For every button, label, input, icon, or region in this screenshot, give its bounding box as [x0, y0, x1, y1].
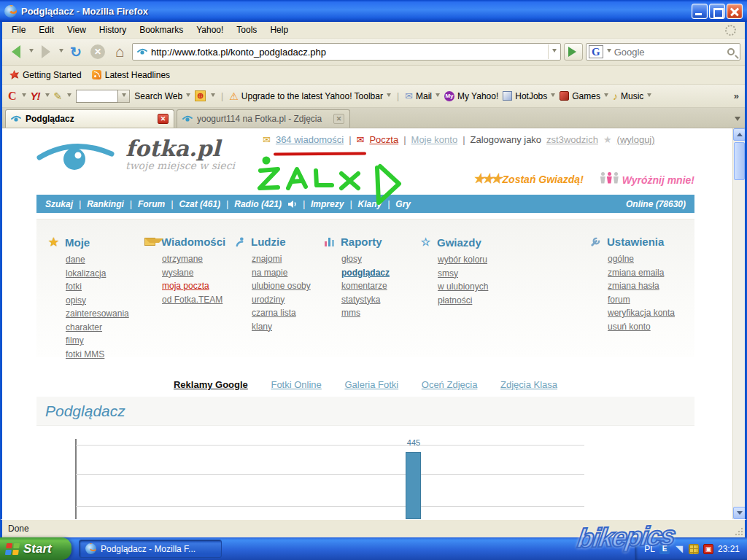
- search-box[interactable]: G: [586, 43, 740, 61]
- link-ogolne[interactable]: ogólne: [608, 252, 675, 266]
- scroll-up-button[interactable]: [733, 128, 745, 141]
- forward-dropdown-icon[interactable]: [59, 49, 63, 55]
- link-znajomi[interactable]: znajomi: [252, 252, 311, 266]
- minimize-button[interactable]: [692, 4, 708, 19]
- link-platnosci[interactable]: płatności: [438, 294, 488, 308]
- target-dropdown-icon[interactable]: [211, 93, 215, 99]
- link-opisy[interactable]: opisy: [66, 294, 129, 308]
- link-statystyka[interactable]: statystyka: [341, 293, 390, 307]
- link-komentarze[interactable]: komentarze: [341, 279, 390, 293]
- fotka-logo[interactable]: fotka.pl twoje miejsce w sieci: [36, 136, 235, 172]
- nav-czat[interactable]: Czat (461): [179, 199, 220, 209]
- link-otrzymane[interactable]: otrzymane: [162, 252, 225, 266]
- pencil-dropdown-icon[interactable]: [67, 93, 71, 99]
- bookmark-latest-headlines[interactable]: Latest Headlines: [92, 70, 170, 80]
- tab-close-icon[interactable]: ✕: [158, 114, 169, 124]
- engine-dropdown-icon[interactable]: [607, 49, 611, 55]
- logout-link[interactable]: (wyloguj): [617, 134, 655, 145]
- link-ulubione-osoby[interactable]: ulubione osoby: [252, 279, 311, 293]
- target-icon[interactable]: ⊕: [195, 90, 206, 101]
- url-bar[interactable]: [132, 43, 561, 61]
- link-fotki-mms[interactable]: fotki MMS: [66, 348, 129, 362]
- link-weryfikacja-konta[interactable]: weryfikacja konta: [608, 306, 675, 320]
- search-input[interactable]: [614, 47, 724, 58]
- messages-link[interactable]: 364 wiadomości: [276, 134, 344, 145]
- home-button[interactable]: ⌂: [110, 42, 129, 61]
- bookmark-getting-started[interactable]: Getting Started: [9, 70, 82, 80]
- tab-yoogurt114[interactable]: yoogurt114 na Fotka.pl - Zdjęcia ✕: [177, 109, 350, 128]
- yahoo-dropdown-icon[interactable]: [45, 93, 50, 99]
- wyroznij-mnie-link[interactable]: Wyróżnij mnie!: [600, 172, 694, 186]
- link-od-fotka-team[interactable]: od Fotka.TEAM: [162, 293, 225, 307]
- resize-grippy-icon[interactable]: [734, 526, 743, 536]
- link-klany[interactable]: klany: [252, 320, 311, 334]
- scrollbar-thumb[interactable]: [734, 142, 745, 180]
- back-dropdown-icon[interactable]: [29, 49, 34, 55]
- hotjobs-button[interactable]: HotJobs: [503, 91, 555, 101]
- back-button[interactable]: [7, 42, 26, 61]
- link-fotki-online[interactable]: Fotki Online: [271, 379, 321, 390]
- start-button[interactable]: Start: [0, 537, 71, 560]
- tray-icon-red[interactable]: ▣: [703, 544, 713, 554]
- url-input[interactable]: [151, 47, 544, 58]
- link-podgladacz[interactable]: podglądacz: [341, 266, 390, 280]
- zostan-gwiazda-link[interactable]: ★★★ Zostań Gwiazdą!: [473, 171, 584, 187]
- games-button[interactable]: Games: [560, 91, 608, 101]
- menu-file[interactable]: File: [5, 23, 32, 37]
- link-wyslane[interactable]: wysłane: [162, 266, 225, 280]
- pencil-icon[interactable]: ✎: [54, 90, 63, 102]
- nav-rankingi[interactable]: Rankingi: [87, 199, 124, 209]
- url-dropdown-button[interactable]: [548, 44, 559, 59]
- link-galeria-fotki[interactable]: Galeria Fotki: [344, 379, 398, 390]
- link-ocen-zdjecia[interactable]: Oceń Zdjęcia: [422, 379, 478, 390]
- link-mms[interactable]: mms: [341, 306, 390, 320]
- companion-icon[interactable]: C: [8, 90, 17, 103]
- tab-close-icon[interactable]: ✕: [333, 114, 344, 124]
- username-link[interactable]: zst3wodzich: [546, 134, 598, 145]
- taskbar-item-firefox[interactable]: Podglądacz - Mozilla F...: [79, 540, 222, 558]
- reload-button[interactable]: ↻: [66, 42, 85, 61]
- nav-szukaj[interactable]: Szukaj: [45, 199, 73, 209]
- link-filmy[interactable]: filmy: [66, 334, 129, 348]
- music-button[interactable]: ♪ Music: [613, 90, 651, 102]
- search-web-button[interactable]: Search Web: [134, 91, 190, 101]
- vertical-scrollbar[interactable]: [732, 128, 745, 519]
- mail-button[interactable]: ✉ Mail: [405, 90, 440, 101]
- tab-list-dropdown-icon[interactable]: [735, 117, 740, 124]
- scroll-down-button[interactable]: [733, 507, 745, 519]
- link-zmiana-emaila[interactable]: zmiana emaila: [608, 266, 675, 280]
- link-glosy[interactable]: głosy: [341, 252, 390, 266]
- close-button[interactable]: [727, 4, 743, 19]
- link-czarna-lista[interactable]: czarna lista: [252, 306, 311, 320]
- toolbar-overflow-button[interactable]: »: [734, 90, 739, 101]
- forward-button[interactable]: [36, 42, 55, 61]
- link-lokalizacja[interactable]: lokalizacja: [66, 267, 129, 281]
- link-zdjecia-klasa[interactable]: Zdjęcia Klasa: [500, 379, 557, 390]
- my-yahoo-button[interactable]: My My Yahoo!: [444, 91, 498, 101]
- menu-edit[interactable]: Edit: [32, 23, 61, 37]
- nav-forum[interactable]: Forum: [138, 199, 165, 209]
- link-reklamy-google[interactable]: Reklamy Google: [174, 379, 248, 390]
- yahoo-search-field[interactable]: [76, 90, 130, 103]
- link-forum[interactable]: forum: [608, 293, 675, 307]
- poczta-link[interactable]: Poczta: [369, 134, 398, 145]
- companion-dropdown-icon[interactable]: [22, 93, 26, 99]
- menu-view[interactable]: View: [61, 23, 93, 37]
- maximize-button[interactable]: [709, 4, 725, 19]
- link-usun-konto[interactable]: usuń konto: [608, 320, 675, 334]
- link-zainteresowania[interactable]: zainteresowania: [66, 307, 129, 321]
- yahoo-logo-icon[interactable]: Y!: [31, 90, 40, 102]
- menu-help[interactable]: Help: [263, 23, 295, 37]
- link-charakter[interactable]: charakter: [66, 321, 129, 335]
- go-button[interactable]: [564, 43, 583, 61]
- tray-icon-grid[interactable]: [689, 544, 699, 554]
- link-wybor-koloru[interactable]: wybór koloru: [438, 253, 488, 267]
- tray-icon-fin[interactable]: ◥: [674, 544, 684, 554]
- link-w-ulubionych[interactable]: w ulubionych: [438, 280, 488, 294]
- moje-konto-link[interactable]: Moje konto: [411, 134, 458, 145]
- google-engine-icon[interactable]: G: [589, 45, 603, 58]
- search-icon[interactable]: [727, 48, 735, 55]
- link-moja-poczta[interactable]: moja poczta: [162, 279, 225, 293]
- link-zmiana-hasla[interactable]: zmiana hasła: [608, 279, 675, 293]
- link-smsy[interactable]: smsy: [438, 267, 488, 281]
